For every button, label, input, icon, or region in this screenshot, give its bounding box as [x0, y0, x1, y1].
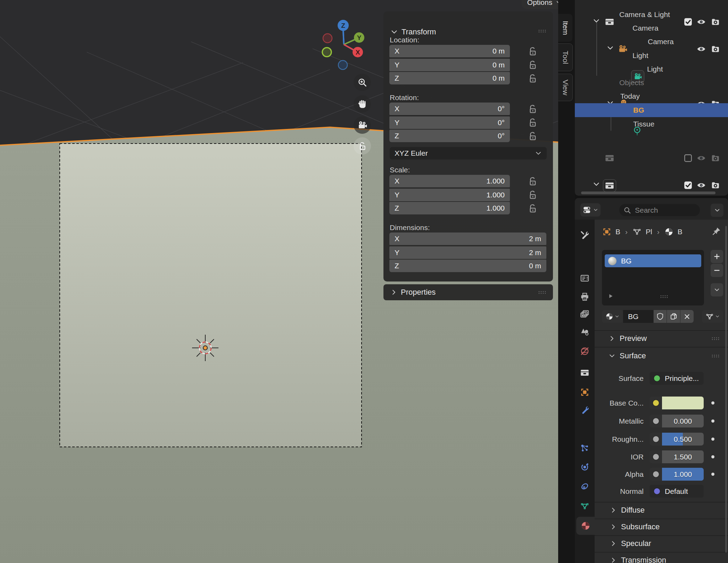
outliner-row-objects[interactable]: Objects	[575, 76, 728, 89]
subsurface-panel-header[interactable]: Subsurface	[595, 520, 728, 534]
tab-view[interactable]: View	[558, 74, 573, 101]
gizmo-neg-x[interactable]	[323, 34, 332, 43]
rotation-y-field[interactable]: Y0°	[389, 116, 510, 129]
roughness-slider[interactable]: 0.500	[650, 433, 704, 446]
dimension-x-field[interactable]: X2 m	[389, 232, 546, 245]
panel-grip[interactable]	[537, 288, 547, 296]
value-socket[interactable]	[650, 450, 662, 463]
ior-slider[interactable]: 1.500	[650, 450, 704, 463]
tab-object-data-properties[interactable]	[575, 497, 595, 515]
tab-render-properties[interactable]	[575, 269, 595, 287]
list-grip[interactable]	[659, 292, 669, 301]
camera-restrict-icon[interactable]	[711, 181, 720, 190]
tab-item[interactable]: Item	[558, 14, 572, 42]
location-y-field[interactable]: Y0 m	[389, 59, 510, 71]
lock-rotation-y-icon[interactable]	[527, 117, 538, 128]
tab-tool[interactable]: Tool	[558, 43, 573, 71]
value-socket[interactable]	[650, 433, 662, 446]
dimension-z-field[interactable]: Z0 m	[389, 260, 546, 272]
outliner-scrollbar[interactable]	[581, 191, 715, 194]
zoom-button[interactable]	[354, 74, 371, 91]
outliner-row-camera-light[interactable]: Camera & Light	[575, 8, 728, 21]
keyframe-dot[interactable]	[711, 438, 714, 441]
object-icon[interactable]	[602, 227, 611, 236]
keyframe-dot[interactable]	[711, 419, 714, 423]
value-socket[interactable]	[650, 415, 662, 427]
rotation-mode-dropdown[interactable]: XYZ Euler	[390, 147, 547, 160]
checkbox-icon[interactable]	[684, 181, 693, 190]
material-name-field[interactable]: BG	[623, 310, 653, 323]
material-icon[interactable]	[664, 227, 673, 236]
diffuse-panel-header[interactable]: Diffuse	[595, 503, 728, 517]
tab-output-properties[interactable]	[575, 288, 595, 306]
specular-panel-header[interactable]: Specular	[595, 537, 728, 550]
editor-type-button[interactable]	[580, 203, 601, 217]
pan-button[interactable]	[354, 95, 371, 113]
transmission-panel-header[interactable]: Transmission	[595, 553, 728, 563]
normal-button[interactable]: Default	[650, 485, 704, 498]
material-slot-selected[interactable]: BG	[605, 254, 701, 267]
properties-collapsed-panel[interactable]: Properties	[383, 284, 553, 300]
search-input[interactable]	[634, 206, 688, 215]
rotation-z-field[interactable]: Z0°	[389, 130, 510, 142]
lock-rotation-z-icon[interactable]	[527, 131, 538, 141]
link-target-button[interactable]	[702, 310, 723, 323]
tab-collection-properties[interactable]	[575, 364, 595, 382]
new-material-button[interactable]	[667, 310, 680, 323]
breadcrumb-data[interactable]: Pl	[646, 228, 652, 236]
metallic-slider[interactable]: 0.000	[650, 415, 704, 427]
outliner-row-light-data[interactable]: Light	[575, 62, 728, 76]
outliner-row-camera-object[interactable]: Camera	[575, 21, 728, 35]
lock-scale-z-icon[interactable]	[527, 203, 538, 213]
header-options-button[interactable]	[711, 204, 723, 217]
slot-specials-button[interactable]	[711, 283, 723, 296]
tab-physics-properties[interactable]	[575, 458, 595, 476]
breadcrumb-material[interactable]: B	[678, 228, 682, 236]
surface-shader-button[interactable]: Principle...	[650, 372, 704, 385]
tab-tool-properties[interactable]	[575, 226, 595, 244]
location-x-field[interactable]: X0 m	[389, 45, 510, 57]
scale-x-field[interactable]: X1.000	[389, 175, 510, 187]
color-socket[interactable]	[650, 397, 662, 409]
tab-scene-properties[interactable]	[575, 323, 595, 341]
base-color-swatch[interactable]	[662, 397, 704, 409]
eye-icon[interactable]	[697, 181, 706, 190]
outliner-row-scene-collection[interactable]: Scene Collection	[575, 0, 728, 8]
transform-panel-header[interactable]: Transform	[390, 27, 436, 36]
scale-y-field[interactable]: Y1.000	[389, 189, 510, 201]
tab-object-properties[interactable]	[575, 383, 595, 401]
eye-icon[interactable]	[697, 154, 706, 163]
tab-particle-properties[interactable]	[575, 439, 595, 457]
value-socket[interactable]	[650, 468, 662, 481]
base-color-control[interactable]	[650, 397, 704, 409]
keyframe-dot[interactable]	[711, 455, 714, 458]
tab-constraint-properties[interactable]	[575, 477, 595, 495]
outliner-row-light-object[interactable]: Light	[575, 49, 728, 62]
outliner-row-camera-data[interactable]: Camera	[575, 35, 728, 48]
dimension-y-field[interactable]: Y2 m	[389, 246, 546, 259]
panel-grip[interactable]	[711, 352, 720, 360]
camera-restrict-icon[interactable]	[711, 154, 720, 163]
lock-location-y-icon[interactable]	[527, 59, 538, 70]
location-z-field[interactable]: Z0 m	[389, 72, 510, 84]
fake-user-button[interactable]	[654, 310, 667, 323]
outliner-row-today[interactable]: Today	[575, 89, 728, 103]
tab-world-properties[interactable]	[575, 342, 595, 360]
camera-view-button[interactable]	[354, 116, 371, 134]
lock-location-x-icon[interactable]	[527, 46, 538, 56]
lock-rotation-x-icon[interactable]	[527, 104, 538, 114]
browse-material-button[interactable]	[602, 310, 623, 323]
tab-modifier-properties[interactable]	[575, 401, 595, 419]
preview-panel-header[interactable]: Preview	[595, 332, 728, 345]
scale-z-field[interactable]: Z1.000	[389, 202, 510, 214]
panel-grip[interactable]	[711, 334, 720, 343]
outliner-row-tissue[interactable]: Tissue	[575, 117, 728, 131]
gizmo-neg-z[interactable]	[338, 60, 347, 70]
search-box[interactable]	[619, 204, 700, 216]
lock-scale-x-icon[interactable]	[527, 176, 538, 186]
properties-scrollbar[interactable]	[725, 226, 727, 553]
breadcrumb-object[interactable]: B	[615, 228, 620, 236]
camera-lock-button[interactable]	[354, 137, 371, 155]
checkbox-empty-icon[interactable]	[684, 154, 693, 163]
mesh-data-icon[interactable]	[632, 227, 642, 236]
